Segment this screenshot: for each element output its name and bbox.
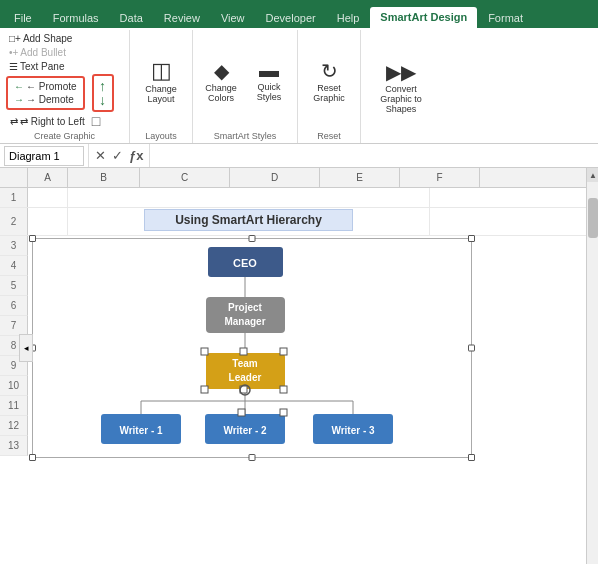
reset-group: ↻ Reset Graphic Reset <box>298 30 361 143</box>
move-down-button[interactable]: ↓ <box>99 93 106 107</box>
reset-graphic-button[interactable]: ↻ Reset Graphic <box>304 57 354 105</box>
cell-a1[interactable] <box>28 188 68 207</box>
layouts-label: Layouts <box>136 131 186 141</box>
handle-tl[interactable] <box>29 235 36 242</box>
tab-bar: File Formulas Data Review View Developer… <box>0 0 598 28</box>
convert-icon: ▶▶ <box>386 60 416 84</box>
change-layout-button[interactable]: ◫ Change Layout <box>136 56 186 106</box>
row-num-6: 6 <box>0 296 28 316</box>
handle-bm[interactable] <box>249 454 256 461</box>
convert-group: ▶▶ Convert Graphic to Shapes <box>361 30 441 143</box>
expand-left-arrow[interactable]: ◂ <box>19 334 33 362</box>
add-bullet-icon: •+ <box>9 47 18 58</box>
grid-area: A B C D E F 1 2 Using SmartArt Hierarchy <box>0 168 586 564</box>
row-num-12: 12 <box>0 416 28 436</box>
add-shape-icon: □+ <box>9 33 21 44</box>
smartart-styles-label: SmartArt Styles <box>199 131 291 141</box>
text-pane-button[interactable]: ☰ Text Pane <box>6 60 67 73</box>
tab-developer[interactable]: Developer <box>256 8 326 28</box>
svg-rect-24 <box>201 386 208 393</box>
demote-icon: → <box>14 94 24 105</box>
row-num-2: 2 <box>0 208 28 235</box>
handle-bl[interactable] <box>29 454 36 461</box>
cell-b1-span[interactable] <box>68 188 430 207</box>
convert-button[interactable]: ▶▶ Convert Graphic to Shapes <box>367 58 435 116</box>
main-area: A B C D E F 1 2 Using SmartArt Hierarchy <box>0 168 598 564</box>
tab-formulas[interactable]: Formulas <box>43 8 109 28</box>
scroll-thumb[interactable] <box>588 198 598 238</box>
col-header-a[interactable]: A <box>28 168 68 187</box>
reset-graphic-icon: ↻ <box>321 59 338 83</box>
col-header-b[interactable]: B <box>68 168 140 187</box>
row-header-corner <box>0 168 28 187</box>
add-bullet-button[interactable]: •+ Add Bullet <box>6 46 69 59</box>
row-num-5: 5 <box>0 276 28 296</box>
svg-rect-23 <box>280 348 287 355</box>
tab-review[interactable]: Review <box>154 8 210 28</box>
change-layout-icon: ◫ <box>151 58 172 84</box>
svg-rect-28 <box>238 409 245 416</box>
svg-rect-29 <box>280 409 287 416</box>
promote-button[interactable]: ← ← Promote <box>10 80 81 93</box>
handle-tm[interactable] <box>249 235 256 242</box>
tab-file[interactable]: File <box>4 8 42 28</box>
change-colors-icon: ◆ <box>214 59 229 83</box>
svg-text:Manager: Manager <box>224 316 265 327</box>
tab-smartart-design[interactable]: SmartArt Design <box>370 7 477 28</box>
svg-text:Team: Team <box>232 358 257 369</box>
right-to-left-icon: ⇄ <box>10 116 18 127</box>
move-up-button[interactable]: ↑ <box>99 79 106 93</box>
handle-tr[interactable] <box>468 235 475 242</box>
row-num-10: 10 <box>0 376 28 396</box>
cancel-icon[interactable]: ✕ <box>93 148 108 163</box>
row-num-4: 4 <box>0 256 28 276</box>
tab-format[interactable]: Format <box>478 8 533 28</box>
formula-icons: ✕ ✓ ƒx <box>88 144 150 167</box>
svg-text:CEO: CEO <box>233 257 257 269</box>
scroll-up-arrow[interactable]: ▲ <box>587 168 598 182</box>
svg-text:Leader: Leader <box>229 372 262 383</box>
tab-view[interactable]: View <box>211 8 255 28</box>
smartart-title-text: Using SmartArt Hierarchy <box>144 209 353 231</box>
col-header-e[interactable]: E <box>320 168 400 187</box>
confirm-icon[interactable]: ✓ <box>110 148 125 163</box>
vertical-scrollbar[interactable]: ▲ ▼ <box>586 168 598 564</box>
row-num-7: 7 <box>0 316 28 336</box>
change-colors-button[interactable]: ◆ Change Colors <box>199 57 243 105</box>
col-header-d[interactable]: D <box>230 168 320 187</box>
right-to-left-button[interactable]: ⇄ ⇄ Right to Left <box>6 115 89 128</box>
add-shape-button[interactable]: □+ Add Shape <box>6 32 75 45</box>
promote-icon: ← <box>14 81 24 92</box>
svg-text:Writer - 2: Writer - 2 <box>223 425 267 436</box>
formula-input[interactable] <box>154 146 594 166</box>
reset-label: Reset <box>304 131 354 141</box>
insert-function-icon[interactable]: ƒx <box>127 148 145 163</box>
col-header-f[interactable]: F <box>400 168 480 187</box>
table-row: 2 Using SmartArt Hierarchy <box>0 208 586 236</box>
tab-data[interactable]: Data <box>110 8 153 28</box>
updown-group: ↑ ↓ <box>92 74 114 112</box>
smartart-styles-group: ◆ Change Colors ▬ Quick Styles SmartArt … <box>193 30 298 143</box>
row-num-11: 11 <box>0 396 28 416</box>
smartart-title: Using SmartArt Hierarchy <box>70 208 427 232</box>
handle-mr[interactable] <box>468 345 475 352</box>
row-num-1: 1 <box>0 188 28 207</box>
row-num-13: 13 <box>0 436 28 456</box>
smartart-svg: CEO Project Manager Team Leader <box>33 239 473 459</box>
smartart-canvas[interactable]: ◂ CEO Project Manager Team <box>32 238 472 458</box>
col-header-c[interactable]: C <box>140 168 230 187</box>
table-row: 1 <box>0 188 586 208</box>
smartart-area: 3 4 5 6 7 8 9 10 11 12 13 <box>0 236 586 460</box>
handle-br[interactable] <box>468 454 475 461</box>
row-num-3: 3 <box>0 236 28 256</box>
cell-title-row[interactable]: Using SmartArt Hierarchy <box>68 208 430 235</box>
cell-a2[interactable] <box>28 208 68 235</box>
demote-button[interactable]: → → Demote <box>10 93 81 106</box>
quick-styles-button[interactable]: ▬ Quick Styles <box>247 57 291 104</box>
ribbon: □+ Add Shape •+ Add Bullet ☰ Text Pane <box>0 28 598 144</box>
graphic-to-shapes-label: Graphic to Shapes <box>371 94 431 114</box>
layouts-group: ◫ Change Layout Layouts <box>130 30 193 143</box>
name-box[interactable] <box>4 146 84 166</box>
tab-help[interactable]: Help <box>327 8 370 28</box>
svg-text:Writer - 1: Writer - 1 <box>119 425 163 436</box>
